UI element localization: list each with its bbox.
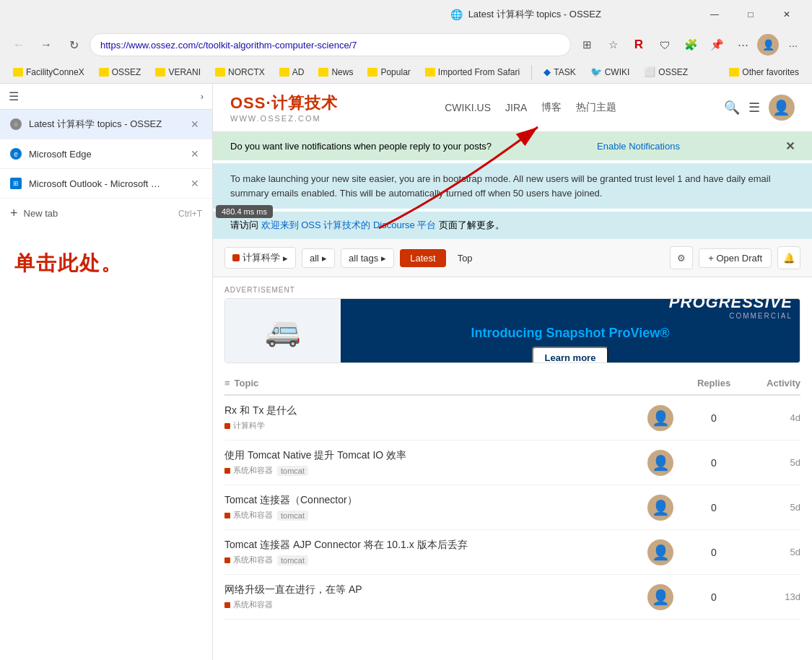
visit-link[interactable]: 欢迎来到 OSS 计算技术的 Discourse 平台 bbox=[261, 220, 437, 230]
category-filter[interactable]: 计算科学 ▸ bbox=[224, 247, 296, 269]
nav-jira[interactable]: JIRA bbox=[505, 102, 527, 113]
notif-close-button[interactable]: ✕ bbox=[785, 139, 795, 153]
readwise-icon[interactable]: R bbox=[627, 33, 650, 56]
tab-item-outlook[interactable]: ⊞ Microsoft Outlook - Microsoft Edge Add… bbox=[0, 169, 212, 199]
table-row[interactable]: Tomcat 连接器 AJP Connector 将在 10.1.x 版本后丢弃… bbox=[224, 530, 800, 575]
split-screen-icon[interactable]: ⊞ bbox=[575, 33, 598, 56]
enable-notifications-link[interactable]: Enable Notifications bbox=[597, 141, 680, 152]
bookmark-ossez[interactable]: OSSEZ bbox=[93, 66, 147, 79]
topic-tag: tomcat bbox=[277, 466, 308, 476]
bookmark-facilityconnex[interactable]: FacilityConneX bbox=[7, 66, 90, 79]
plus-icon: + bbox=[10, 206, 18, 221]
table-row[interactable]: 网络升级一直在进行，在等 AP 系统和容器 👤 0 13d bbox=[224, 575, 800, 620]
site-nav: CWIKI.US JIRA 博客 热门主题 bbox=[445, 101, 616, 114]
bookmark-norctx[interactable]: NORCTX bbox=[209, 66, 271, 79]
bookmark-ossez2[interactable]: ⬜ OSSEZ bbox=[638, 65, 694, 79]
topic-title[interactable]: 使用 Tomcat Native 提升 Tomcat IO 效率 bbox=[224, 449, 636, 462]
new-tab-button[interactable]: + New tab Ctrl+T bbox=[0, 199, 212, 228]
truck-icon: 🚐 bbox=[265, 314, 301, 348]
all-label: all bbox=[310, 253, 319, 264]
sidebar-expand-icon[interactable]: › bbox=[201, 91, 204, 102]
forward-button[interactable]: → bbox=[35, 33, 58, 56]
maximize-button[interactable]: □ bbox=[734, 4, 767, 25]
profile-avatar[interactable]: 👤 bbox=[757, 34, 779, 56]
bookmark-popular[interactable]: Popular bbox=[362, 66, 416, 79]
sidebar-header: ☰ › bbox=[0, 84, 212, 110]
bookmark-verani[interactable]: VERANI bbox=[149, 66, 206, 79]
notification-banner: Do you want live notifications when peop… bbox=[213, 132, 812, 160]
category-dot bbox=[232, 254, 240, 261]
category-tag: 系统和容器 bbox=[224, 599, 273, 610]
topic-tags: 计算科学 bbox=[224, 420, 636, 431]
tags-chevron: ▸ bbox=[381, 253, 386, 264]
close-button[interactable]: ✕ bbox=[770, 4, 803, 25]
bookmark-task[interactable]: ◆ TASK bbox=[538, 65, 581, 79]
sidebar-close-icon[interactable]: ☰ bbox=[9, 90, 19, 103]
category-tag: 系统和容器 bbox=[224, 510, 273, 521]
sidebar: ☰ › ○ Latest 计算科学 topics - OSSEZ ✕ e Mic bbox=[0, 84, 213, 660]
topic-tag: tomcat bbox=[277, 555, 308, 565]
user-avatar[interactable]: 👤 bbox=[769, 95, 795, 121]
topic-user-avatar: 👤 bbox=[647, 495, 673, 521]
nav-hot[interactable]: 热门主题 bbox=[576, 101, 616, 114]
tab-item-edge[interactable]: e Microsoft Edge ✕ bbox=[0, 139, 212, 169]
topic-list: ≡ Topic Replies Activity R bbox=[213, 372, 812, 620]
task-icon: ◆ bbox=[543, 66, 551, 77]
site-logo: OSS·计算技术 WWW.OSSEZ.COM bbox=[230, 92, 338, 123]
topic-activity-time: 5d bbox=[743, 547, 800, 557]
bookmark-imported[interactable]: Imported From Safari bbox=[419, 66, 525, 79]
bookmark-cwiki[interactable]: 🐦 CWIKI bbox=[585, 65, 636, 79]
extension-icon[interactable]: 🧩 bbox=[679, 33, 702, 56]
settings-icon-button[interactable]: ⚙ bbox=[670, 246, 693, 269]
topic-user-avatar: 👤 bbox=[647, 450, 673, 476]
category-label: 计算科学 bbox=[243, 251, 280, 264]
logo-top-text: OSS·计算技术 bbox=[230, 92, 338, 114]
menu-button[interactable]: ··· bbox=[782, 33, 805, 56]
topic-title[interactable]: Tomcat 连接器（Connector） bbox=[224, 494, 636, 507]
topic-info: 使用 Tomcat Native 提升 Tomcat IO 效率 系统和容器 t… bbox=[224, 449, 636, 476]
refresh-button[interactable]: ↻ bbox=[62, 33, 85, 56]
table-row[interactable]: Rx 和 Tx 是什么 计算科学 👤 0 4d bbox=[224, 396, 800, 440]
bookmark-news[interactable]: News bbox=[313, 66, 359, 79]
notification-bell-button[interactable]: 🔔 bbox=[777, 246, 800, 269]
folder-icon bbox=[279, 68, 289, 77]
pin-icon[interactable]: 📌 bbox=[705, 33, 728, 56]
top-button[interactable]: Top bbox=[452, 249, 479, 267]
folder-icon bbox=[318, 68, 328, 77]
replies-col-header: Replies bbox=[685, 378, 743, 388]
bookmark-other-favorites[interactable]: Other favorites bbox=[723, 66, 805, 79]
topic-replies-count: 0 bbox=[685, 591, 743, 603]
back-button[interactable]: ← bbox=[7, 33, 30, 56]
ad-learn-more-button[interactable]: Learn more bbox=[532, 347, 609, 364]
topic-title[interactable]: Rx 和 Tx 是什么 bbox=[224, 404, 636, 417]
open-draft-button[interactable]: + Open Draft bbox=[699, 248, 772, 268]
topic-col-header: ≡ Topic bbox=[224, 378, 685, 388]
favorites-icon[interactable]: ☆ bbox=[601, 33, 624, 56]
tab-title-edge: Microsoft Edge bbox=[29, 149, 92, 160]
all-filter[interactable]: all ▸ bbox=[302, 248, 335, 268]
nav-blog[interactable]: 博客 bbox=[541, 101, 562, 114]
table-row[interactable]: 使用 Tomcat Native 提升 Tomcat IO 效率 系统和容器 t… bbox=[224, 440, 800, 485]
topic-title[interactable]: 网络升级一直在进行，在等 AP bbox=[224, 583, 636, 596]
apps-icon[interactable]: ⋯ bbox=[731, 33, 754, 56]
topic-list-header: ≡ Topic Replies Activity bbox=[224, 372, 800, 396]
folder-icon bbox=[13, 68, 23, 77]
activity-col-header: Activity bbox=[743, 378, 800, 388]
tab-close-outlook[interactable]: ✕ bbox=[188, 176, 202, 191]
hamburger-icon[interactable]: ☰ bbox=[748, 100, 760, 116]
shield-icon[interactable]: 🛡 bbox=[653, 33, 676, 56]
ad-label: ADVERTISEMENT bbox=[224, 286, 800, 294]
nav-cwiki[interactable]: CWIKI.US bbox=[445, 102, 491, 113]
latest-button[interactable]: Latest bbox=[400, 249, 445, 267]
address-bar[interactable] bbox=[90, 33, 571, 56]
tab-close-ossez[interactable]: ✕ bbox=[188, 117, 202, 131]
folder-icon bbox=[367, 68, 377, 77]
minimize-button[interactable]: — bbox=[698, 4, 731, 25]
tags-filter[interactable]: all tags ▸ bbox=[341, 248, 394, 268]
topic-title[interactable]: Tomcat 连接器 AJP Connector 将在 10.1.x 版本后丢弃 bbox=[224, 539, 636, 552]
bookmark-ad[interactable]: AD bbox=[274, 66, 310, 79]
tab-item-ossez[interactable]: ○ Latest 计算科学 topics - OSSEZ ✕ bbox=[0, 110, 212, 139]
search-icon[interactable]: 🔍 bbox=[724, 100, 740, 116]
tab-close-edge[interactable]: ✕ bbox=[188, 147, 202, 161]
table-row[interactable]: Tomcat 连接器（Connector） 系统和容器 tomcat 👤 0 5… bbox=[224, 485, 800, 530]
